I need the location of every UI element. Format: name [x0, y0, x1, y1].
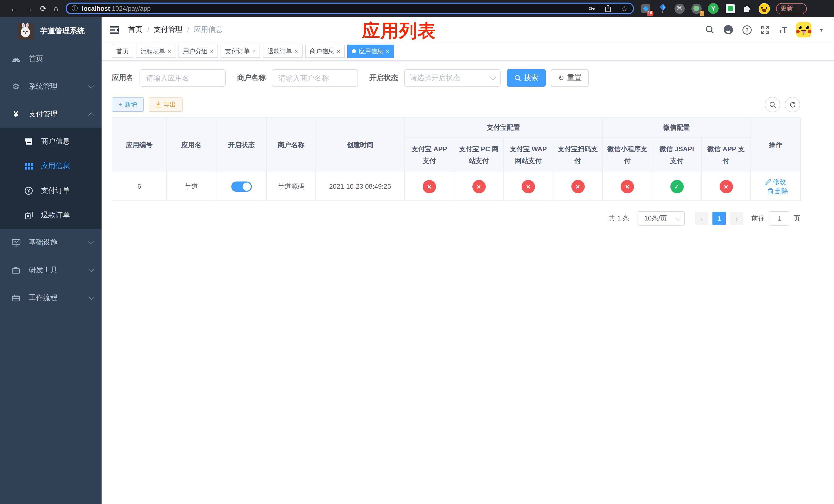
address-bar[interactable]: ⓘ localhost :1024/pay/app ☆	[65, 3, 634, 14]
share-icon[interactable]	[605, 5, 611, 12]
reset-button[interactable]: ↻ 重置	[551, 69, 589, 87]
font-size-icon[interactable]: TT	[779, 25, 787, 34]
goto-page-input[interactable]	[769, 211, 789, 226]
toolbox-icon	[11, 294, 21, 301]
tab-home[interactable]: 首页	[112, 45, 133, 58]
y-extension-icon[interactable]: Y	[707, 3, 719, 14]
sidebar-item-label: 研发工具	[29, 266, 58, 275]
prev-page-button[interactable]: ‹	[695, 212, 708, 225]
user-avatar[interactable]	[796, 22, 811, 38]
search-icon[interactable]	[705, 25, 715, 35]
sidebar-item-label: 支付管理	[29, 110, 58, 119]
app-logo[interactable]: 芋道管理系统	[0, 17, 102, 45]
sidebar-item-pay-orders[interactable]: 支付订单	[0, 178, 102, 203]
sidebar-item-payment[interactable]: ¥ 支付管理	[0, 100, 102, 128]
cell-created: 2021-10-23 08:49:25	[316, 172, 404, 201]
dashboard-icon	[11, 55, 21, 63]
page-unit-label: 页	[793, 214, 800, 223]
show-search-button[interactable]	[765, 97, 780, 112]
sidebar-item-label: 工作流程	[29, 293, 58, 302]
browser-menu-kebab-icon[interactable]: ⋮	[796, 5, 802, 12]
chrome-update-button[interactable]: 更新 ⋮	[776, 3, 807, 14]
col-header-status: 开启状态	[216, 118, 266, 172]
sidebar-item-infrastructure[interactable]: 基础设施	[0, 229, 102, 256]
green-dot	[694, 6, 699, 11]
avatar-caret-down-icon[interactable]: ▾	[820, 27, 823, 32]
github-icon[interactable]	[723, 25, 734, 35]
app-name-input[interactable]	[139, 69, 226, 87]
sidebar-item-label: 基础设施	[29, 238, 58, 247]
merchant-name-label: 商户名称	[237, 73, 266, 83]
fullscreen-icon[interactable]	[761, 25, 770, 35]
close-icon[interactable]: ×	[337, 48, 340, 54]
help-icon[interactable]: ?	[743, 25, 752, 35]
sidebar-item-home[interactable]: 首页	[0, 45, 102, 73]
merchant-name-input[interactable]	[272, 69, 358, 87]
app-name-label: 应用名	[112, 73, 133, 83]
browser-reload-button[interactable]: ⟳	[40, 5, 46, 12]
password-key-icon[interactable]	[588, 5, 595, 12]
col-header-wechat-mini: 微信小程序支付	[602, 138, 652, 172]
page-size-select[interactable]: 10条/页	[638, 211, 685, 226]
sidebar-item-merchant-info[interactable]: 商户信息	[0, 129, 102, 154]
close-icon[interactable]: ×	[168, 48, 171, 54]
sidebar-item-refund-orders[interactable]: 退款订单	[0, 203, 102, 228]
url-path: :1024/pay/app	[110, 5, 151, 12]
sidebar-item-system[interactable]: ⚙ 系统管理	[0, 73, 102, 100]
recorder-extension-icon[interactable]: 1	[690, 3, 702, 14]
status-toggle[interactable]	[231, 181, 251, 191]
yen-icon: ¥	[11, 110, 21, 118]
screen: ← → ⟳ ⌂ ⓘ localhost :1024/pay/app ☆ 10	[0, 0, 834, 504]
cell-merchant: 芋道源码	[266, 172, 316, 201]
pagination-total: 共 1 条	[609, 214, 629, 223]
refresh-table-button[interactable]	[785, 97, 800, 112]
browser-home-button[interactable]: ⌂	[53, 5, 58, 12]
export-button[interactable]: 导出	[149, 97, 182, 112]
breadcrumb: 首页 / 支付管理 / 应用信息	[128, 25, 223, 35]
add-button[interactable]: + 新增	[112, 97, 144, 112]
sidebar-item-label: 首页	[29, 54, 43, 64]
tab-merchant-info[interactable]: 商户信息×	[305, 45, 345, 58]
grid-icon	[24, 163, 34, 169]
edit-link[interactable]: 修改	[765, 177, 786, 186]
next-page-button[interactable]: ›	[730, 212, 743, 225]
extension-blocks-icon[interactable]: 10	[640, 3, 651, 14]
delete-link[interactable]: 删除	[768, 186, 788, 196]
site-info-icon[interactable]: ⓘ	[71, 4, 78, 13]
sidebar-collapse-button[interactable]	[102, 26, 123, 33]
yen-circle-icon	[24, 187, 34, 195]
status-select[interactable]: 请选择开启状态	[404, 69, 501, 87]
fail-icon: ×	[571, 180, 585, 193]
search-button[interactable]: 搜索	[507, 69, 546, 87]
breadcrumb-home[interactable]: 首页	[128, 25, 142, 35]
browser-toolbar: ← → ⟳ ⌂ ⓘ localhost :1024/pay/app ☆ 10	[0, 0, 834, 17]
col-header-wechat-jsapi: 微信 JSAPI 支付	[652, 138, 701, 172]
tab-refund-orders[interactable]: 退款订单×	[263, 45, 303, 58]
page-1-button[interactable]: 1	[712, 212, 726, 225]
sidebar-item-workflow[interactable]: 工作流程	[0, 284, 102, 312]
extensions-puzzle-icon[interactable]	[741, 3, 753, 14]
sidebar-item-devtools[interactable]: 研发工具	[0, 256, 102, 284]
browser-back-button[interactable]: ←	[10, 5, 18, 12]
close-icon[interactable]: ×	[210, 48, 213, 54]
notes-extension-icon[interactable]	[724, 3, 736, 14]
col-header-alipay-pc: 支付宝 PC 网站支付	[454, 138, 503, 172]
svg-text:?: ?	[746, 27, 749, 32]
sidebar-item-label: 应用信息	[41, 161, 70, 171]
close-icon[interactable]: ×	[253, 48, 256, 54]
breadcrumb-payment[interactable]: 支付管理	[154, 25, 182, 35]
tab-process-form[interactable]: 流程表单×	[136, 45, 176, 58]
tab-pay-orders[interactable]: 支付订单×	[221, 45, 260, 58]
close-icon[interactable]: ×	[386, 48, 389, 54]
sidebar-item-app-info[interactable]: 应用信息	[0, 154, 102, 178]
close-icon[interactable]: ×	[295, 48, 298, 54]
tab-app-info[interactable]: 应用信息×	[347, 45, 394, 58]
profile-avatar-icon[interactable]	[758, 3, 770, 14]
group-header-wechat: 微信配置	[602, 118, 751, 138]
group-header-alipay: 支付宝配置	[404, 118, 602, 138]
kite-extension-icon[interactable]	[657, 3, 668, 14]
bookmark-star-icon[interactable]: ☆	[621, 4, 628, 13]
command-extension-icon[interactable]: ⌘	[674, 3, 685, 14]
tab-user-group[interactable]: 用户分组×	[178, 45, 218, 58]
browser-forward-button[interactable]: →	[25, 5, 33, 12]
